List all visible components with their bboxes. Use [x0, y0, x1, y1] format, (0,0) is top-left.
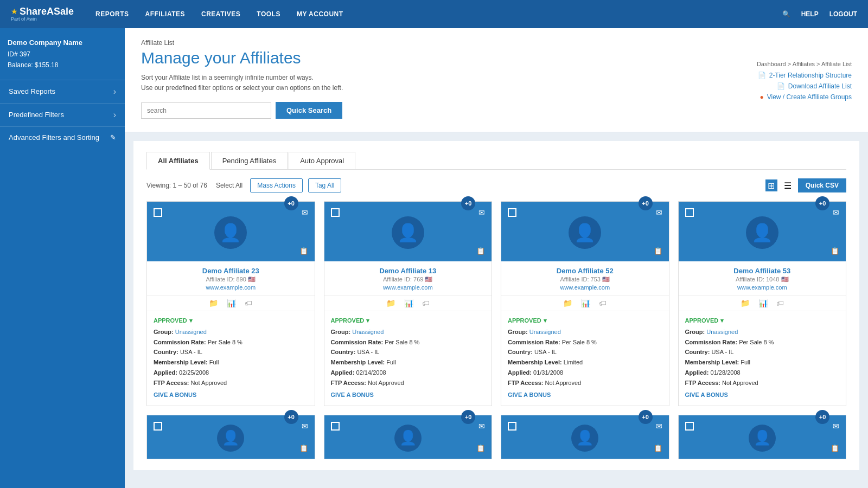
- status-badge-1[interactable]: APPROVED ▾: [331, 316, 486, 326]
- note-icon-2[interactable]: 📋: [654, 247, 662, 255]
- nav-tools[interactable]: TOOLS: [257, 10, 280, 18]
- note-icon-r2-3[interactable]: 📋: [831, 444, 839, 452]
- card-top-r2-3: +0 👤 ✉ 📋: [679, 415, 846, 459]
- account-balance: Balance: $155.18: [8, 60, 117, 70]
- plus-badge-1[interactable]: +0: [461, 196, 475, 210]
- folder-icon-3[interactable]: 📁: [741, 299, 750, 307]
- mail-icon-r2-3[interactable]: ✉: [833, 422, 839, 431]
- card-checkbox-2[interactable]: [508, 208, 516, 217]
- group-link-3[interactable]: Unassigned: [706, 329, 738, 335]
- note-icon-0[interactable]: 📋: [299, 247, 308, 255]
- card-checkbox-r2-2[interactable]: [508, 422, 516, 431]
- card-actions-3: 📁 📊 🏷: [679, 295, 846, 311]
- page-desc: Sort your Affiliate list in a seemingly …: [141, 73, 727, 93]
- sidebar-item-advanced-filters[interactable]: Advanced Filters and Sorting ✎: [0, 127, 125, 148]
- list-view-icon[interactable]: ☰: [782, 179, 794, 191]
- card-body-2: Demo Affiliate 52 Affiliate ID: 753 🇺🇸 w…: [501, 261, 669, 295]
- tag-icon-0[interactable]: 🏷: [245, 299, 252, 307]
- card-checkbox-r2-0[interactable]: [154, 422, 162, 431]
- tag-icon-2[interactable]: 🏷: [599, 299, 607, 307]
- mail-icon-3[interactable]: ✉: [833, 208, 839, 217]
- sidebar-item-saved-reports[interactable]: Saved Reports ›: [0, 80, 125, 104]
- nav-logout[interactable]: LOGOUT: [829, 10, 857, 18]
- plus-badge-r2-1[interactable]: +0: [461, 410, 475, 424]
- card-checkbox-3[interactable]: [685, 208, 694, 217]
- chart-icon-2[interactable]: 📊: [581, 299, 590, 307]
- header-left: Affiliate List Manage your Affiliates So…: [141, 39, 727, 119]
- nav-creatives[interactable]: CREATIVES: [201, 10, 240, 18]
- mail-icon-r2-2[interactable]: ✉: [656, 422, 662, 431]
- search-icon[interactable]: 🔍: [782, 10, 790, 18]
- plus-badge-r2-3[interactable]: +0: [815, 410, 829, 424]
- tab-all-affiliates[interactable]: All Affiliates: [146, 152, 210, 170]
- sidebar-item-predefined-filters[interactable]: Predefined Filters ›: [0, 104, 125, 127]
- plus-badge-0[interactable]: +0: [284, 196, 298, 210]
- chart-icon-1[interactable]: 📊: [404, 299, 413, 307]
- nav-affiliates[interactable]: AFFILIATES: [145, 10, 185, 18]
- two-tier-link[interactable]: 📄 2-Tier Relationship Structure: [727, 72, 852, 79]
- note-icon-r2-2[interactable]: 📋: [654, 444, 662, 452]
- chart-icon-0[interactable]: 📊: [227, 299, 236, 307]
- quick-csv-button[interactable]: Quick CSV: [798, 178, 846, 192]
- mail-icon-2[interactable]: ✉: [656, 208, 662, 217]
- note-icon-r2-1[interactable]: 📋: [476, 444, 485, 452]
- give-bonus-0[interactable]: GIVE A BONUS: [154, 390, 196, 400]
- folder-icon-1[interactable]: 📁: [386, 299, 395, 307]
- download-affiliate-list-link[interactable]: 📄 Download Affiliate List: [727, 82, 852, 90]
- plus-badge-3[interactable]: +0: [815, 196, 829, 210]
- logo-star-icon: ★: [11, 7, 18, 16]
- card-avatar-3: 👤: [746, 216, 778, 249]
- affiliate-meta-3: Affiliate ID: 1048 🇺🇸: [685, 276, 840, 283]
- avatar-icon-3: 👤: [751, 222, 773, 243]
- tag-all-button[interactable]: Tag All: [308, 178, 341, 192]
- header-right: Dashboard > Affiliates > Affiliate List …: [727, 39, 852, 104]
- card-checkbox-r2-1[interactable]: [331, 422, 340, 431]
- affiliate-card-1: +0 👤 ✉ 📋 Demo Affiliate 13 Affiliate ID:…: [324, 201, 493, 406]
- avatar-icon-r2-3: 👤: [754, 429, 771, 446]
- card-view-icon[interactable]: ⊞: [765, 179, 777, 191]
- affiliate-url-0[interactable]: www.example.com: [154, 284, 308, 291]
- nav-help[interactable]: HELP: [801, 10, 819, 18]
- group-link-2[interactable]: Unassigned: [529, 329, 561, 335]
- mail-icon-r2-1[interactable]: ✉: [478, 422, 485, 431]
- affiliate-url-1[interactable]: www.example.com: [331, 284, 486, 291]
- nav-reports[interactable]: REPORTS: [95, 10, 129, 18]
- tag-icon-1[interactable]: 🏷: [422, 299, 430, 307]
- view-create-groups-link[interactable]: ● View / Create Affiliate Groups: [727, 93, 852, 101]
- mail-icon-r2-0[interactable]: ✉: [302, 422, 308, 431]
- page-label: Affiliate List: [141, 39, 727, 47]
- quick-search-button[interactable]: Quick Search: [276, 102, 342, 119]
- tab-pending-affiliates[interactable]: Pending Affiliates: [211, 152, 288, 169]
- give-bonus-3[interactable]: GIVE A BONUS: [685, 390, 728, 400]
- tag-icon-3[interactable]: 🏷: [776, 299, 784, 307]
- status-badge-3[interactable]: APPROVED ▾: [685, 316, 840, 326]
- mail-icon-1[interactable]: ✉: [478, 208, 485, 217]
- affiliate-url-3[interactable]: www.example.com: [685, 284, 840, 291]
- mass-actions-button[interactable]: Mass Actions: [250, 178, 303, 192]
- status-badge-2[interactable]: APPROVED ▾: [508, 316, 662, 326]
- note-icon-1[interactable]: 📋: [476, 247, 485, 255]
- group-link-0[interactable]: Unassigned: [175, 329, 207, 335]
- card-checkbox-1[interactable]: [331, 208, 340, 217]
- search-input[interactable]: [141, 102, 271, 119]
- status-badge-0[interactable]: APPROVED ▾: [154, 316, 308, 326]
- nav-my-account[interactable]: MY ACCOUNT: [297, 10, 343, 18]
- group-link-1[interactable]: Unassigned: [352, 329, 384, 335]
- tab-auto-approval[interactable]: Auto Approval: [289, 152, 355, 169]
- affiliate-url-2[interactable]: www.example.com: [508, 284, 662, 291]
- give-bonus-1[interactable]: GIVE A BONUS: [331, 390, 374, 400]
- select-all-link[interactable]: Select All: [216, 182, 242, 189]
- card-body-3: Demo Affiliate 53 Affiliate ID: 1048 🇺🇸 …: [679, 261, 846, 295]
- plus-badge-r2-2[interactable]: +0: [639, 410, 653, 424]
- card-checkbox-r2-3[interactable]: [685, 422, 694, 431]
- folder-icon-0[interactable]: 📁: [209, 299, 218, 307]
- plus-badge-2[interactable]: +0: [639, 196, 653, 210]
- chart-icon-3[interactable]: 📊: [758, 299, 768, 307]
- folder-icon-2[interactable]: 📁: [563, 299, 572, 307]
- note-icon-r2-0[interactable]: 📋: [299, 444, 308, 452]
- plus-badge-r2-0[interactable]: +0: [284, 410, 298, 424]
- mail-icon-0[interactable]: ✉: [302, 208, 308, 217]
- give-bonus-2[interactable]: GIVE A BONUS: [508, 390, 551, 400]
- note-icon-3[interactable]: 📋: [831, 247, 839, 255]
- card-checkbox-0[interactable]: [154, 208, 162, 217]
